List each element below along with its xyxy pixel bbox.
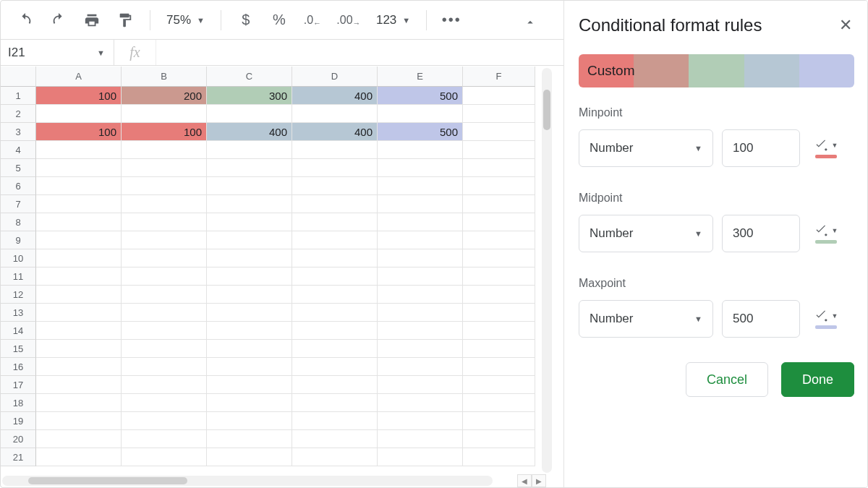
cell[interactable] [292,231,378,249]
sheet-prev-button[interactable]: ◀ [517,474,532,487]
cell[interactable] [463,412,535,430]
cell[interactable] [378,430,463,448]
row-header[interactable]: 10 [1,249,36,267]
cell[interactable] [292,304,378,322]
cell[interactable] [463,267,535,286]
cell[interactable] [122,267,207,286]
increase-decimal-button[interactable]: .00→ [331,6,366,35]
cancel-button[interactable]: Cancel [686,362,768,397]
cell[interactable] [463,177,535,195]
more-tools-button[interactable]: ••• [437,6,466,35]
cell[interactable]: 300 [207,87,292,105]
cell[interactable] [36,159,122,177]
cell[interactable] [122,340,207,358]
cell[interactable] [207,213,292,231]
cell[interactable] [463,87,535,105]
cell[interactable] [207,412,292,430]
maxpoint-type-select[interactable]: Number▼ [579,300,713,338]
minpoint-color-picker[interactable]: ▼ [809,138,843,158]
minpoint-value-input[interactable]: 100 [722,129,800,167]
cell[interactable] [292,159,378,177]
cell[interactable] [292,376,378,394]
cell[interactable] [292,286,378,304]
cell[interactable] [292,177,378,195]
cell[interactable] [122,358,207,376]
cell[interactable] [36,177,122,195]
redo-button[interactable] [44,6,73,35]
row-header[interactable]: 19 [1,412,36,430]
row-header[interactable]: 5 [1,159,36,177]
row-header[interactable]: 21 [1,448,36,466]
cell[interactable] [378,394,463,412]
cell[interactable] [378,286,463,304]
row-header[interactable]: 9 [1,231,36,249]
midpoint-color-picker[interactable]: ▼ [809,223,843,244]
cell[interactable] [36,376,122,394]
cell[interactable] [36,430,122,448]
cell[interactable] [36,394,122,412]
collapse-sidepanel-button[interactable] [519,11,542,34]
cell[interactable] [463,231,535,249]
cell[interactable] [36,322,122,340]
cell[interactable] [207,267,292,286]
cell[interactable] [463,322,535,340]
cell[interactable] [36,304,122,322]
cell[interactable] [207,358,292,376]
midpoint-type-select[interactable]: Number▼ [579,215,713,252]
cell[interactable] [292,430,378,448]
cell[interactable] [292,105,378,123]
row-header[interactable]: 20 [1,430,36,448]
row-header[interactable]: 11 [1,267,36,286]
col-header-B[interactable]: B [122,67,207,87]
cell[interactable] [292,394,378,412]
cell[interactable] [292,358,378,376]
paint-format-button[interactable] [111,6,140,35]
maxpoint-color-picker[interactable]: ▼ [809,309,843,329]
cell[interactable] [292,249,378,267]
cell[interactable] [463,249,535,267]
cell[interactable] [207,141,292,159]
cell[interactable] [463,141,535,159]
cell[interactable] [36,141,122,159]
cell[interactable] [122,376,207,394]
cell[interactable] [207,177,292,195]
cell[interactable] [207,249,292,267]
cell[interactable] [122,286,207,304]
cell[interactable] [463,105,535,123]
cell[interactable] [207,322,292,340]
cell[interactable] [207,448,292,466]
row-header[interactable]: 17 [1,376,36,394]
cell[interactable] [378,448,463,466]
cell[interactable] [463,448,535,466]
row-header[interactable]: 13 [1,304,36,322]
cell[interactable] [207,376,292,394]
cell[interactable] [122,412,207,430]
cell[interactable] [36,267,122,286]
cell[interactable] [207,340,292,358]
cell[interactable] [378,249,463,267]
cell[interactable] [36,358,122,376]
cell[interactable]: 100 [36,87,122,105]
close-panel-button[interactable]: ✕ [837,17,854,34]
row-header[interactable]: 12 [1,286,36,304]
horizontal-scrollbar-thumb[interactable] [28,477,187,484]
horizontal-scrollbar[interactable] [2,476,493,486]
cell[interactable] [36,340,122,358]
cell[interactable] [378,231,463,249]
cell[interactable]: 100 [122,123,207,141]
cell[interactable]: 100 [36,123,122,141]
cell[interactable] [292,412,378,430]
cell[interactable] [463,394,535,412]
vertical-scrollbar[interactable] [542,68,552,473]
currency-button[interactable]: $ [231,6,260,35]
format-123-dropdown[interactable]: 123 ▼ [370,13,416,27]
name-box[interactable]: I21 ▼ [1,40,114,65]
cell[interactable] [463,304,535,322]
cell[interactable] [463,195,535,213]
cell[interactable] [36,105,122,123]
cell[interactable] [122,430,207,448]
cell[interactable] [463,286,535,304]
cell[interactable] [292,141,378,159]
cell[interactable] [36,412,122,430]
spreadsheet-grid[interactable]: A B C D E F 1100200300400500231001004004… [1,67,552,474]
